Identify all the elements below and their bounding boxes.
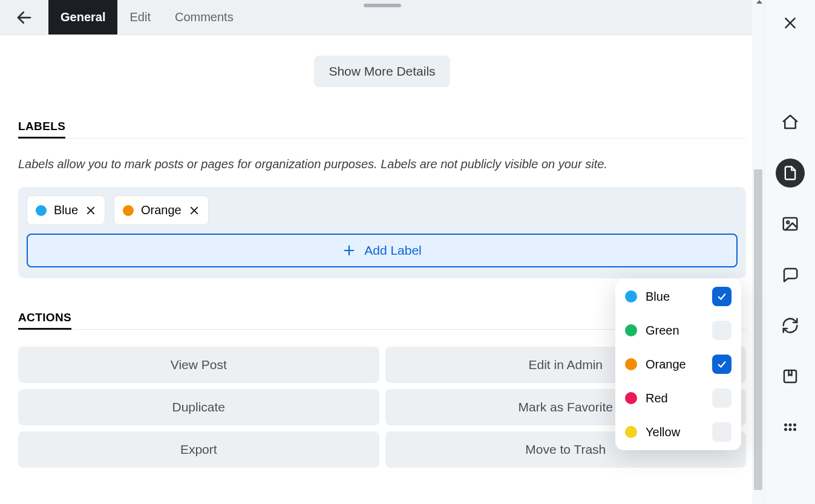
tab-comments[interactable]: Comments <box>163 0 246 34</box>
close-icon <box>782 15 798 31</box>
yellow-dot-icon <box>625 426 637 438</box>
checkbox-unchecked[interactable] <box>712 388 732 408</box>
labels-section: LABELS Labels allow you to mark posts or… <box>0 120 764 278</box>
page-icon <box>782 165 799 182</box>
red-dot-icon <box>625 392 637 404</box>
rail-apps-button[interactable] <box>776 413 805 442</box>
label-option-red[interactable]: Red <box>625 388 732 408</box>
chip-label: Orange <box>141 203 182 217</box>
remove-label-orange[interactable] <box>189 205 200 216</box>
label-option-orange[interactable]: Orange <box>625 355 732 374</box>
green-dot-icon <box>625 324 637 336</box>
action-export[interactable]: Export <box>18 431 379 468</box>
check-icon <box>716 291 727 302</box>
home-icon <box>781 113 799 131</box>
label-option-yellow[interactable]: Yellow <box>625 422 732 442</box>
svg-point-15 <box>784 428 787 431</box>
remove-label-blue[interactable] <box>85 205 96 216</box>
svg-point-13 <box>788 424 791 427</box>
label-option-blue[interactable]: Blue <box>625 287 732 306</box>
bookmark-panel-icon <box>781 367 799 385</box>
blue-dot-icon <box>36 205 47 216</box>
svg-point-10 <box>787 221 789 224</box>
svg-rect-11 <box>784 370 796 382</box>
check-icon <box>716 359 727 370</box>
checkbox-unchecked[interactable] <box>712 321 732 340</box>
rail-home-button[interactable] <box>776 108 805 137</box>
label-options-popover: Blue Green Orange Red <box>615 278 741 450</box>
orange-dot-icon <box>625 358 637 370</box>
labels-section-title: LABELS <box>18 120 65 139</box>
grid-dots-icon <box>781 418 799 436</box>
chips-row: Blue Orange <box>27 195 738 225</box>
action-view-post[interactable]: View Post <box>18 347 379 383</box>
svg-point-12 <box>784 424 787 427</box>
right-nav-rail <box>764 0 815 504</box>
rail-sync-button[interactable] <box>776 311 805 340</box>
checkbox-checked[interactable] <box>712 287 732 306</box>
option-label: Blue <box>646 290 704 304</box>
label-chip-orange: Orange <box>114 195 209 225</box>
rail-media-button[interactable] <box>776 209 805 238</box>
rail-bookmarks-button[interactable] <box>776 362 805 391</box>
svg-point-17 <box>793 428 796 431</box>
sync-icon <box>781 316 799 335</box>
scrollbar-track[interactable] <box>752 0 764 504</box>
rail-comments-button[interactable] <box>776 260 805 289</box>
actions-section-title: ACTIONS <box>18 311 71 330</box>
add-label-text: Add Label <box>364 243 422 258</box>
svg-point-14 <box>793 424 796 427</box>
option-label: Green <box>646 324 704 338</box>
checkbox-unchecked[interactable] <box>712 422 732 442</box>
option-label: Orange <box>646 358 704 371</box>
blue-dot-icon <box>625 290 637 303</box>
action-duplicate[interactable]: Duplicate <box>18 389 379 425</box>
rail-pages-button[interactable] <box>776 159 805 188</box>
top-tab-bar: General Edit Comments <box>0 0 764 35</box>
close-icon <box>189 205 200 216</box>
plus-icon <box>342 244 356 257</box>
image-icon <box>781 215 799 233</box>
show-more-details-button[interactable]: Show More Details <box>314 56 450 87</box>
divider <box>18 138 746 139</box>
tab-edit[interactable]: Edit <box>117 0 162 34</box>
drag-handle[interactable] <box>364 4 401 7</box>
add-label-button[interactable]: Add Label <box>27 234 738 267</box>
arrow-left-icon <box>15 8 33 27</box>
label-chip-blue: Blue <box>27 195 105 225</box>
svg-rect-9 <box>783 218 797 230</box>
back-button[interactable] <box>0 0 48 34</box>
tab-general[interactable]: General <box>48 0 117 34</box>
chat-icon <box>781 266 799 284</box>
close-panel-button[interactable] <box>776 8 805 38</box>
checkbox-checked[interactable] <box>712 355 732 374</box>
label-option-green[interactable]: Green <box>625 321 732 340</box>
close-icon <box>85 205 96 216</box>
labels-box: Blue Orange <box>18 187 746 278</box>
scrollbar-thumb[interactable] <box>754 169 762 490</box>
orange-dot-icon <box>123 205 134 216</box>
svg-point-16 <box>788 428 791 431</box>
chip-label: Blue <box>54 203 78 217</box>
option-label: Red <box>646 391 704 405</box>
labels-help-text: Labels allow you to mark posts or pages … <box>18 155 746 172</box>
option-label: Yellow <box>646 425 704 439</box>
